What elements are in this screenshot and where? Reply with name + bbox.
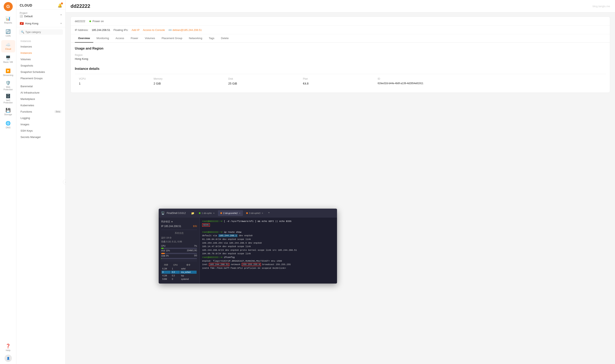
terminal-folder-icon[interactable]: 📁 (190, 210, 196, 216)
sidebar-item-volumes[interactable]: Volumes (16, 56, 65, 63)
terminal-line-10: root@dd22222:~# ifconfig (202, 256, 335, 259)
db-icon: 🗄️ (6, 93, 11, 98)
region-info: Region Hong Kong (75, 54, 606, 60)
icon-bar: G 📊 Reports 🔄 CDN ☁️ Cloud 🖥️ Basic VM ▶… (0, 0, 16, 364)
terminal-tab-1[interactable]: 1 dd-ophk ✕ (196, 210, 217, 216)
stat-id: ID 61fee32d-b44e-4b6f-a139-4d2654e81911 (377, 77, 602, 85)
terminal-icon: ⌨️ (168, 28, 172, 32)
sidebar-item-secrets-manager[interactable]: Secrets Manager (16, 134, 65, 140)
process-row-top: 4.1M 0.3 top (162, 274, 196, 277)
sidebar-collapse-button[interactable]: ‹ (63, 180, 66, 184)
terminal-line-6: 169.254.169.254 via 185.244.208.5 dev en… (202, 241, 335, 245)
sidebar-item-ai-infrastructure[interactable]: AI Infrastructure (16, 90, 65, 96)
tab-tags[interactable]: Tags (205, 34, 218, 43)
terminal-line-3: root@dd22222:~# ip route show (202, 231, 335, 234)
sidebar-item-dns[interactable]: 🌐 DNS (1, 119, 15, 131)
region-chevron: ▼ (60, 22, 62, 25)
sidebar-item-logging[interactable]: Logging (16, 115, 65, 121)
sidebar-title: CLOUD (20, 4, 32, 7)
copy-ip-button[interactable]: 复制 (193, 225, 197, 228)
stat-plan: Plan €4.8 (303, 77, 377, 85)
sysinfo-title: 系统信息 (161, 232, 197, 235)
swap-progress (161, 258, 197, 259)
region-value-display: Hong Kong (75, 57, 606, 60)
tab-1-close[interactable]: ✕ (213, 212, 215, 214)
process-row-sshd: 6.1M 1 sshd (162, 267, 196, 270)
terminal-titlebar: 🖥️ FinalShell 3.9.8.2 📁 1 dd-ophk ✕ 2 dd… (159, 209, 337, 218)
access-console-link[interactable]: Access to Console (143, 28, 165, 32)
stat-vcpu: VCPU 1 (79, 77, 154, 85)
tab-power[interactable]: Power (127, 34, 141, 43)
main-content: dd22222 blog.tanglu.me dd22222 Power on … (66, 0, 615, 364)
sidebar-item-placement-groups[interactable]: Placement Groups (16, 75, 65, 81)
project-selector[interactable]: Project ⬜ Default ▼ (16, 10, 65, 20)
sidebar-item-ssh-keys[interactable]: SSH Keys (16, 128, 65, 134)
sidebar-item-baremetal[interactable]: Baremetal (16, 83, 65, 90)
sidebar-section-more: Baremetal AI Infrastructure Marketplace … (16, 82, 65, 141)
col-cpu: CPU (171, 263, 180, 267)
terminal-new-tab[interactable]: + (266, 210, 271, 216)
sidebar-header: CLOUD 🔔 (16, 0, 65, 10)
tab-placement-group[interactable]: Placement Group (158, 34, 185, 43)
sidebar-item-kubernetes[interactable]: Kubernetes (16, 102, 65, 108)
process-row-rcu: 0 0.3 rcu_sched (162, 271, 196, 274)
sidebar-item-snapshot-schedules[interactable]: Snapshot Schedules (16, 69, 65, 75)
sidebar-item-cdn[interactable]: 🔄 CDN (1, 27, 15, 39)
region-flag: 🇭🇰 (20, 22, 24, 25)
tab-2-close[interactable]: ✕ (239, 212, 240, 214)
tab-volumes[interactable]: Volumes (141, 34, 158, 43)
ssh-link[interactable]: ⌨️ debian@185.244.208.51 (168, 28, 202, 32)
search-input[interactable] (25, 31, 61, 34)
add-ip-link[interactable]: Add IP (132, 28, 140, 32)
sidebar-item-instances-link[interactable]: Instances (16, 43, 65, 50)
tab-delete[interactable]: Delete (218, 34, 232, 43)
sidebar-item-marketplace[interactable]: Marketplace (16, 96, 65, 102)
region-selector[interactable]: 🇭🇰 Hong Kong ▼ (16, 20, 65, 27)
category-search[interactable]: 🔍 (19, 29, 63, 35)
terminal-tab-2[interactable]: 2 dd-gcorehk2 ✕ (218, 210, 243, 216)
sidebar-section-instances: Instances Instances Instances Volumes Sn… (16, 37, 65, 82)
status-indicator: Power on (89, 20, 104, 23)
sidebar-item-instances-active[interactable]: Instances (16, 50, 65, 56)
help-button[interactable]: ❓ Help (1, 341, 15, 354)
terminal-tab-3[interactable]: 3 dd-ophk3 ✕ (244, 210, 266, 216)
sidebar-item-images[interactable]: Images (16, 121, 65, 128)
instance-status-bar: dd22222 Power on (71, 17, 610, 26)
terminal-sidebar-panel: 同步状态 IP 185.244.208.51 复制 系统信息 运行 19 分 负… (159, 218, 200, 284)
logo[interactable]: G (4, 2, 13, 11)
tab-monitoring[interactable]: Monitoring (93, 34, 112, 43)
default-gateway: 185.244.208.1 (218, 234, 238, 237)
region-value: 🇭🇰 Hong Kong (20, 22, 38, 25)
watermark: blog.tanglu.me (593, 5, 610, 8)
tab-access[interactable]: Access (112, 34, 127, 43)
sidebar-item-iaas-protection[interactable]: 🗄️ IaaS Protection (1, 92, 15, 105)
tab-networking[interactable]: Networking (185, 34, 205, 43)
terminal-title: FinalShell 3.9.8.2 (167, 212, 186, 215)
sidebar-item-web-protection[interactable]: 🛡️ Web Protection (1, 79, 15, 92)
process-table: 内存 CPU 命令 6.1M 1 sshd (161, 263, 197, 281)
notification-badge (61, 2, 63, 4)
tab-3-close[interactable]: ✕ (262, 212, 263, 214)
sidebar-item-reports[interactable]: 📊 Reports (1, 14, 15, 26)
sidebar-item-functions[interactable]: Functions Beta (16, 108, 65, 115)
status-text: Power on (92, 20, 104, 23)
sidebar-group-instances: Instances (16, 38, 65, 43)
terminal-window: 🖥️ FinalShell 3.9.8.2 📁 1 dd-ophk ✕ 2 dd… (159, 209, 337, 284)
cpu-progress-fill (161, 248, 164, 249)
sidebar-item-streaming[interactable]: ▶️ Streaming (1, 66, 15, 79)
region-label: Region (75, 54, 606, 56)
avatar[interactable]: 👤 (4, 355, 12, 362)
project-icon: ⬜ (20, 14, 23, 18)
sidebar-item-storage[interactable]: 💾 Storage (1, 106, 15, 118)
sidebar-item-snapshots[interactable]: Snapshots (16, 63, 65, 69)
sidebar-item-basic-vm[interactable]: 🖥️ Basic VM (1, 53, 15, 65)
instance-tabs: Overview Monitoring Access Power Volumes… (71, 34, 610, 43)
main-body: dd22222 Power on IP Address: 185.244.208… (66, 13, 615, 364)
sidebar-item-cloud[interactable]: ☁️ Cloud (1, 40, 15, 52)
instance-card: dd22222 Power on IP Address: 185.244.208… (70, 17, 610, 93)
web-protection-label: Web Protection (1, 86, 15, 91)
tab-overview[interactable]: Overview (75, 34, 93, 43)
cpu-progress (161, 248, 197, 249)
terminal-line-5: 91.199.84.0/24 dev enp3s0 scope link (202, 238, 335, 241)
notification-bell[interactable]: 🔔 (58, 3, 62, 8)
